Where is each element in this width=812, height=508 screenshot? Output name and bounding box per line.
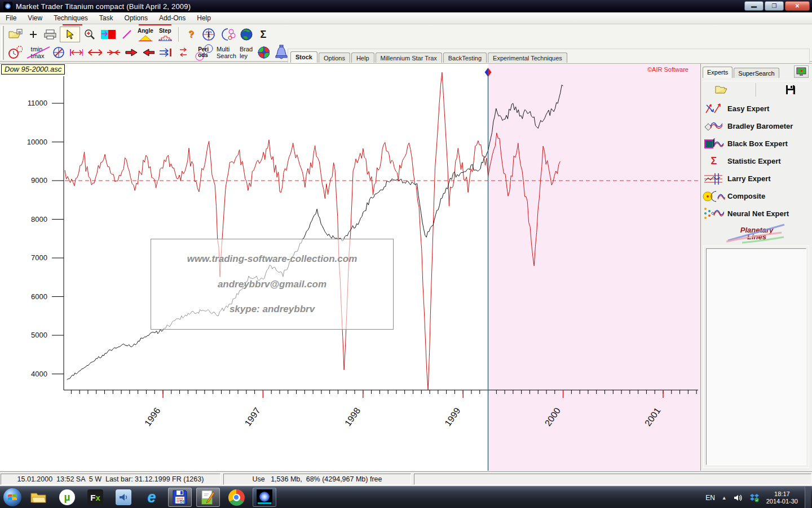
- save-expert-icon[interactable]: [785, 85, 796, 95]
- pointer-tool-button[interactable]: [60, 27, 80, 42]
- text-tool-button[interactable]: T: [201, 27, 217, 42]
- list-item-label: Neural Net Expert: [727, 209, 789, 218]
- menu-techniques[interactable]: Techniques: [48, 13, 94, 23]
- taskbar-chrome[interactable]: [224, 488, 248, 507]
- desktop: Market Trader Titanium compact (Built Ap…: [0, 0, 812, 508]
- app-icon: [3, 2, 12, 11]
- status-empty: [414, 474, 811, 485]
- technique-tabs: Stock Options Help Millennium Star Trax …: [290, 50, 568, 63]
- larry-expert-icon: [703, 172, 725, 186]
- monitor-button[interactable]: [794, 65, 809, 78]
- menu-addons[interactable]: Add-Ons: [153, 13, 191, 23]
- volume-icon[interactable]: [734, 494, 743, 502]
- list-item-planetary-lines[interactable]: Planetary Lines: [703, 224, 811, 244]
- periods-label2: ods: [198, 52, 208, 58]
- toolbar-gripper[interactable]: [1, 26, 4, 60]
- experts-toolbar: [703, 81, 810, 98]
- list-item-easy-expert[interactable]: Easy Expert: [703, 100, 811, 117]
- taskbar-explorer[interactable]: [27, 488, 51, 507]
- menu-help[interactable]: Help: [191, 13, 217, 23]
- close-button[interactable]: ✕: [785, 1, 810, 11]
- menu-file[interactable]: File: [0, 13, 22, 23]
- multi-search-button[interactable]: Multi Search: [216, 45, 236, 60]
- taskbar-internet-explorer[interactable]: e: [140, 488, 164, 507]
- tab-experts[interactable]: Experts: [703, 67, 732, 78]
- open-file-button[interactable]: w: [7, 27, 24, 42]
- invert-colors-button[interactable]: [99, 27, 117, 42]
- world-button[interactable]: [239, 27, 254, 42]
- target-button[interactable]: [256, 45, 271, 60]
- tab-backtesting[interactable]: BackTesting: [443, 52, 487, 63]
- start-button[interactable]: [2, 488, 23, 507]
- menu-task[interactable]: Task: [94, 13, 119, 23]
- show-desktop-button[interactable]: [805, 487, 811, 508]
- results-listbox[interactable]: [703, 246, 809, 468]
- bradley-label2: ley: [240, 52, 248, 59]
- svg-text:T: T: [206, 30, 211, 39]
- add-button[interactable]: [26, 27, 41, 42]
- tab-experimental-techniques[interactable]: Experimental Techniques: [488, 52, 567, 63]
- taskbar-floppy-app[interactable]: 64: [168, 488, 192, 507]
- list-item-black-box-expert[interactable]: Black Box Expert: [703, 135, 811, 152]
- shift-left-button[interactable]: [141, 45, 156, 60]
- black-box-icon: [703, 138, 725, 150]
- list-item-label: Composite: [727, 192, 765, 200]
- expand-button[interactable]: [86, 45, 103, 60]
- list-item-bradley-barometer[interactable]: Bradley Barometer: [703, 117, 811, 135]
- lunar-cycles-button[interactable]: [219, 27, 237, 42]
- compass-button[interactable]: [51, 45, 66, 60]
- globe-icon: [240, 28, 253, 41]
- contract-button[interactable]: [105, 45, 121, 60]
- list-item-larry-expert[interactable]: Larry Expert: [703, 170, 811, 187]
- svg-text:1998: 1998: [343, 406, 362, 428]
- taskbar-volume-app[interactable]: [112, 488, 135, 507]
- language-indicator[interactable]: EN: [705, 494, 715, 502]
- step-tool-button[interactable]: Step: [157, 27, 174, 42]
- svg-text:10000: 10000: [27, 138, 47, 146]
- list-item-statistic-expert[interactable]: Σ Statistic Expert: [703, 152, 811, 170]
- draw-line-button[interactable]: [120, 27, 134, 42]
- tab-supersearch[interactable]: SuperSearch: [734, 68, 779, 78]
- bradley-button[interactable]: Brad ley: [239, 45, 254, 60]
- periods-button[interactable]: Peri ods: [193, 45, 214, 60]
- svg-text:w: w: [17, 30, 21, 34]
- taskbar-fx-app[interactable]: Fx: [83, 488, 107, 507]
- list-item-neural-net-expert[interactable]: Neural Net Expert: [703, 205, 811, 222]
- taskbar-utorrent[interactable]: µ: [55, 488, 79, 507]
- multisearch-label1: Multi: [217, 46, 230, 52]
- step-icon: [158, 34, 173, 41]
- taskbar-market-trader[interactable]: [253, 488, 276, 507]
- list-item-label: Bradley Barometer: [727, 122, 793, 130]
- taskbar: µ Fx e 64: [0, 486, 812, 508]
- open-expert-icon[interactable]: [714, 84, 729, 95]
- zoom-tool-button[interactable]: [82, 27, 97, 42]
- tab-options[interactable]: Options: [319, 52, 350, 63]
- step-arrows-button[interactable]: [176, 45, 191, 60]
- range-width-button[interactable]: [68, 45, 84, 60]
- taskbar-clock[interactable]: 18:17 2014-01-30: [766, 491, 798, 505]
- list-item-label: Larry Expert: [727, 174, 771, 183]
- angle-tool-button[interactable]: Angle: [136, 27, 155, 42]
- tab-help[interactable]: Help: [351, 52, 374, 63]
- menu-options[interactable]: Options: [119, 13, 153, 23]
- minimize-button[interactable]: ▬: [744, 1, 764, 11]
- to-end-button[interactable]: [158, 45, 174, 60]
- taskbar-notes-app[interactable]: [196, 488, 220, 507]
- list-item-composite[interactable]: Composite: [703, 187, 811, 205]
- tray-expand-icon[interactable]: ▲: [722, 495, 727, 501]
- tab-millennium-star-trax[interactable]: Millennium Star Trax: [376, 52, 442, 63]
- shift-right-button[interactable]: [123, 45, 138, 60]
- statistics-button[interactable]: Σ: [256, 27, 271, 42]
- help-button[interactable]: ?: [184, 27, 198, 42]
- tab-stock[interactable]: Stock: [290, 51, 317, 63]
- alerts-button[interactable]: [273, 45, 289, 60]
- planetary-lines-curves: [725, 224, 787, 244]
- alarm-clock-button[interactable]: [7, 45, 24, 60]
- chart-area[interactable]: 1100010000900080007000600050004000199619…: [0, 64, 700, 471]
- menu-view[interactable]: View: [22, 13, 48, 23]
- svg-text:4000: 4000: [31, 370, 47, 378]
- restore-button[interactable]: ❐: [765, 1, 784, 11]
- tmin-tmax-button[interactable]: tmin tmax: [26, 45, 49, 60]
- print-button[interactable]: [43, 27, 58, 42]
- dropbox-icon[interactable]: [749, 493, 760, 502]
